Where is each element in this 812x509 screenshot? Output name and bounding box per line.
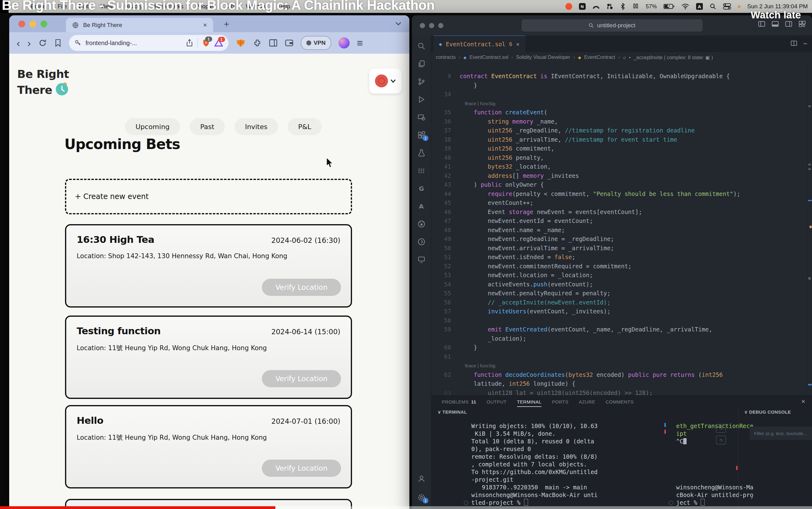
editor-tab-active[interactable]: ◆ EventContract.sol 6 × xyxy=(433,36,525,52)
window-close-button[interactable] xyxy=(19,21,25,27)
github-icon[interactable] xyxy=(412,217,431,231)
terminal-section-header[interactable]: ∨ TERMINAL xyxy=(438,409,467,415)
tab-past[interactable]: Past xyxy=(190,118,225,135)
bluetooth-icon[interactable] xyxy=(620,3,625,10)
spotlight-icon[interactable] xyxy=(710,3,716,10)
panel-divider[interactable] xyxy=(738,408,738,509)
debug-prompt-chevron[interactable]: › xyxy=(750,494,754,501)
toggle-panel-icon[interactable] xyxy=(772,20,779,28)
account-icon[interactable] xyxy=(412,472,431,485)
create-event-button[interactable]: + Create new event xyxy=(65,179,352,214)
settings-icon[interactable]: 1 xyxy=(412,490,431,504)
url-text[interactable]: frontend-landing-... xyxy=(86,39,181,46)
input-source-icon[interactable]: A xyxy=(696,3,703,10)
account-menu-button[interactable] xyxy=(369,68,402,94)
tab-close-icon[interactable]: × xyxy=(516,40,520,48)
tab-close-icon[interactable]: × xyxy=(203,21,207,29)
alert-triangle-icon[interactable]: 1 xyxy=(214,39,223,47)
grid-app-icon[interactable] xyxy=(607,3,613,10)
panel-tab-output[interactable]: OUTPUT xyxy=(487,396,507,408)
tab-invites[interactable]: Invites xyxy=(235,118,278,135)
metamask-icon[interactable] xyxy=(236,38,246,47)
split-editor-icon[interactable] xyxy=(790,40,797,46)
wifi-icon[interactable] xyxy=(681,3,689,9)
debug-console-header[interactable]: ∨ DEBUG CONSOLE xyxy=(744,409,791,415)
panel-tab-comments[interactable]: COMMENTS xyxy=(606,396,634,408)
breadcrumb-item[interactable]: Solidity Visual Developer xyxy=(516,55,570,60)
code-row: 40 uint256 penalty, xyxy=(431,153,808,163)
panel-tab-azure[interactable]: AZURE xyxy=(579,396,595,408)
new-tab-button[interactable]: + xyxy=(224,19,229,29)
sidebar-toggle-icon[interactable] xyxy=(269,39,277,47)
terminal-pane-right[interactable]: eth_getTransactionReceipt^Cwinsoncheng@W… xyxy=(676,422,753,507)
brave-shield-icon[interactable]: 1 xyxy=(202,39,210,47)
liveshare-icon[interactable] xyxy=(412,235,431,248)
toggle-secondary-sidebar-icon[interactable] xyxy=(785,20,792,28)
event-card[interactable]: Testing function2024-06-14 (15:00)Locati… xyxy=(65,315,352,399)
breadcrumb-item[interactable]: _acceptInvite ( complex: 8 state: ▣ ) xyxy=(634,55,713,60)
profile-avatar[interactable] xyxy=(339,37,349,48)
extensions-puzzle-icon[interactable] xyxy=(253,39,262,47)
more-actions-icon[interactable]: ⋯ xyxy=(803,40,807,47)
terminal-new-button[interactable]: ❐ xyxy=(716,436,726,444)
brave-status-icon[interactable] xyxy=(566,3,572,10)
tab-pl[interactable]: P&L xyxy=(287,118,322,135)
breadcrumb-item[interactable]: EventContract.sol xyxy=(470,55,508,60)
breadcrumb-item[interactable]: contracts xyxy=(436,55,456,60)
vpn-button[interactable]: VPN xyxy=(301,36,331,50)
panel-tab-problems[interactable]: PROBLEMS11 xyxy=(442,396,476,408)
azure-icon[interactable]: A xyxy=(412,199,431,213)
tab-search-chevron-icon[interactable] xyxy=(395,22,401,26)
vscode-close-button[interactable] xyxy=(420,23,425,28)
terminal-pane-left[interactable]: Writing objects: 100% (10/10), 10.63 KiB… xyxy=(471,422,598,507)
panel-close-icon[interactable]: × xyxy=(801,398,805,405)
watch-later-overlay[interactable]: Watch late xyxy=(751,9,801,21)
source-control-icon[interactable] xyxy=(412,75,431,88)
bookmark-icon[interactable] xyxy=(54,39,62,47)
extensions-icon[interactable]: 1 xyxy=(412,128,431,142)
remote-explorer-icon[interactable] xyxy=(412,253,431,266)
explorer-icon[interactable] xyxy=(412,57,431,70)
site-key-icon[interactable] xyxy=(74,39,81,46)
terminal-split-button[interactable]: ❐ xyxy=(716,424,726,433)
arc-status-icon[interactable] xyxy=(593,3,600,10)
fabric-icon[interactable] xyxy=(412,164,431,177)
code-editor[interactable]: 9contract EventContract is IEventContrac… xyxy=(431,63,808,396)
address-bar[interactable]: frontend-landing-... 1 1 xyxy=(69,35,229,51)
back-button[interactable]: ‹ xyxy=(16,38,20,48)
search-icon[interactable] xyxy=(412,39,431,53)
tab-upcoming[interactable]: Upcoming xyxy=(125,118,180,135)
forward-button[interactable]: › xyxy=(27,38,31,48)
video-progress-bar[interactable] xyxy=(0,506,812,509)
breadcrumb-item[interactable]: EventContract xyxy=(584,55,615,60)
share-icon[interactable] xyxy=(186,39,193,47)
vscode-zoom-button[interactable] xyxy=(438,23,443,28)
panel-tab-terminal[interactable]: TERMINAL xyxy=(517,396,542,408)
toggle-sidebar-icon[interactable] xyxy=(758,20,766,28)
window-zoom-button[interactable] xyxy=(40,21,47,27)
vscode-command-center[interactable]: untitled-project xyxy=(521,19,703,32)
remote-window-icon[interactable] xyxy=(412,110,431,124)
customize-layout-icon[interactable] xyxy=(799,20,806,28)
run-debug-icon[interactable] xyxy=(412,93,431,106)
browser-tab[interactable]: Be Right There × xyxy=(66,18,213,32)
menu-bar-clock[interactable]: Sun 2 Jun 11:39:04 PM xyxy=(747,3,808,10)
testing-icon[interactable] xyxy=(412,146,431,160)
debug-filter-input[interactable] xyxy=(750,427,812,440)
airpods-icon[interactable] xyxy=(632,3,639,10)
event-card[interactable]: Hello2024-07-01 (16:00)Location: 11號 Heu… xyxy=(65,405,352,488)
vscode-minimize-button[interactable] xyxy=(429,23,434,28)
event-card[interactable]: 16:30 High Tea2024-06-02 (16:30)Location… xyxy=(65,224,352,308)
notion-status-icon[interactable]: N xyxy=(579,3,586,10)
overview-ruler[interactable] xyxy=(807,63,812,396)
wallet-icon[interactable] xyxy=(285,39,294,46)
verify-location-button[interactable]: Verify Location xyxy=(262,279,341,296)
panel-tab-ports[interactable]: PORTS xyxy=(552,396,569,408)
control-center-icon[interactable] xyxy=(723,3,731,9)
gitpod-icon[interactable]: G xyxy=(412,181,431,195)
verify-location-button[interactable]: Verify Location xyxy=(262,460,341,477)
verify-location-button[interactable]: Verify Location xyxy=(262,370,341,387)
reload-button[interactable] xyxy=(38,39,47,47)
browser-menu-icon[interactable]: ≡ xyxy=(357,37,363,49)
window-minimize-button[interactable] xyxy=(29,21,36,27)
